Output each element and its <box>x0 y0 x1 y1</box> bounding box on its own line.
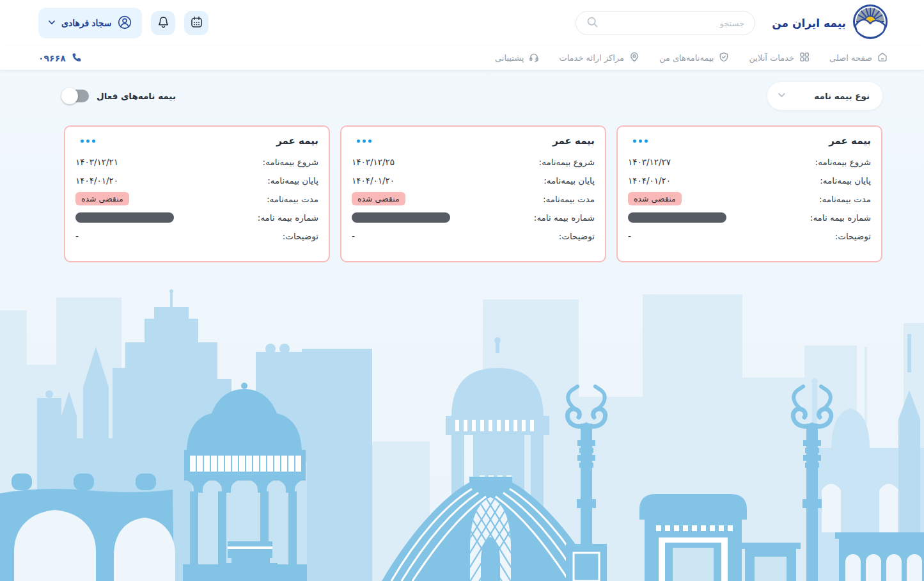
nav-label: صفحه اصلی <box>829 53 872 63</box>
bell-icon <box>157 15 170 31</box>
expired-status-badge: منقضی شده <box>352 192 405 205</box>
header-actions: سجاد فرهادی <box>38 8 208 38</box>
dot-icon <box>633 139 636 143</box>
nav-items: صفحه اصلی خدمات آنلاین بیمه‌نامه‌های من <box>495 51 888 65</box>
start-label: شروع بیمه‌نامه: <box>815 157 871 167</box>
nav-item-home[interactable]: صفحه اصلی <box>829 51 888 65</box>
dot-icon <box>86 139 90 143</box>
nav-label: بیمه‌نامه‌های من <box>659 53 714 63</box>
active-policies-label: بیمه نامه‌های فعال <box>97 91 176 101</box>
main-nav: صفحه اصلی خدمات آنلاین بیمه‌نامه‌های من <box>0 46 924 70</box>
tehran-skyline-illustration <box>0 288 924 581</box>
end-label: پایان بیمه‌نامه: <box>267 175 318 186</box>
end-label: پایان بیمه‌نامه: <box>820 175 871 186</box>
policy-number-label: شماره بیمه نامه: <box>534 212 595 223</box>
search-icon <box>586 16 599 31</box>
support-phone[interactable]: ۰۹۶۶۸ <box>38 52 82 65</box>
active-policies-toggle[interactable] <box>63 90 89 102</box>
phone-number: ۰۹۶۶۸ <box>38 53 66 63</box>
policy-type-dropdown-label: نوع بیمه نامه <box>814 91 870 101</box>
end-date: ۱۴۰۴/۰۱/۲۰ <box>628 175 671 186</box>
nav-label: پشتیبانی <box>495 53 524 63</box>
notes-label: توضیحات: <box>283 231 318 241</box>
end-label: پایان بیمه‌نامه: <box>544 175 595 186</box>
card-title: بیمه عمر <box>829 135 871 147</box>
notes-value: - <box>352 231 355 241</box>
expired-status-badge: منقضی شده <box>628 192 682 205</box>
calendar-button[interactable] <box>184 11 208 35</box>
policy-type-dropdown[interactable]: نوع بیمه نامه <box>767 82 882 110</box>
dot-icon <box>368 139 372 143</box>
top-header: بیمه ایران من <box>0 0 924 46</box>
notes-label: توضیحات: <box>835 231 871 241</box>
user-avatar-icon <box>117 15 132 32</box>
search-box <box>576 11 755 35</box>
nav-label: مراکز ارائه خدمات <box>559 53 624 63</box>
policy-card: بیمه عمر شروع بیمه‌نامه:۱۴۰۳/۱۲/۲۷ پایان… <box>616 125 882 262</box>
user-name: سجاد فرهادی <box>61 18 111 28</box>
card-menu-button[interactable] <box>628 137 653 145</box>
grid-icon <box>799 51 810 65</box>
toggle-knob <box>61 88 78 104</box>
chevron-down-icon <box>48 19 56 28</box>
user-menu[interactable]: سجاد فرهادی <box>38 8 142 38</box>
notes-label: توضیحات: <box>559 231 595 241</box>
map-pin-icon <box>629 51 640 65</box>
policy-number-redacted-bar <box>628 212 726 223</box>
card-title: بیمه عمر <box>552 135 595 147</box>
notes-value: - <box>75 231 79 241</box>
nav-item-my-policies[interactable]: بیمه‌نامه‌های من <box>659 51 730 65</box>
start-date: ۱۴۰۳/۱۲/۲۱ <box>75 157 118 167</box>
duration-label: مدت بیمه‌نامه: <box>819 194 871 204</box>
home-icon <box>877 51 888 65</box>
policy-cards: بیمه عمر شروع بیمه‌نامه:۱۴۰۳/۱۲/۲۷ پایان… <box>0 110 924 262</box>
search-input[interactable] <box>616 19 744 28</box>
dot-icon <box>81 139 84 143</box>
end-date: ۱۴۰۴/۰۱/۲۰ <box>352 175 395 186</box>
notifications-button[interactable] <box>151 11 175 35</box>
headset-icon <box>528 51 540 65</box>
policy-number-redacted-bar <box>75 212 174 223</box>
policy-number-label: شماره بیمه نامه: <box>258 212 318 223</box>
calendar-icon <box>190 15 203 31</box>
iran-insurance-logo-icon <box>852 4 888 42</box>
dot-icon <box>357 139 360 143</box>
dot-icon <box>92 139 95 143</box>
duration-label: مدت بیمه‌نامه: <box>267 194 318 204</box>
nav-item-support[interactable]: پشتیبانی <box>495 51 540 65</box>
brand-title: بیمه ایران من <box>772 17 846 29</box>
policy-number-label: شماره بیمه نامه: <box>810 212 871 223</box>
shield-check-icon <box>718 51 730 65</box>
active-policies-toggle-group: بیمه نامه‌های فعال <box>63 90 176 102</box>
nav-item-online-services[interactable]: خدمات آنلاین <box>749 51 810 65</box>
policy-number-redacted-bar <box>352 212 450 223</box>
notes-value: - <box>628 231 631 241</box>
duration-label: مدت بیمه‌نامه: <box>543 194 595 204</box>
start-date: ۱۴۰۳/۱۲/۲۷ <box>628 157 671 167</box>
dot-icon <box>645 139 648 143</box>
brand: بیمه ایران من <box>772 4 888 42</box>
phone-icon <box>71 52 82 65</box>
page: { "brand": { "title": "بیمه ایران من" },… <box>0 0 924 581</box>
start-label: شروع بیمه‌نامه: <box>539 157 595 167</box>
card-menu-button[interactable] <box>75 137 100 145</box>
start-date: ۱۴۰۳/۱۲/۲۵ <box>352 157 395 167</box>
card-menu-button[interactable] <box>352 137 377 145</box>
start-label: شروع بیمه‌نامه: <box>263 157 318 167</box>
filter-row: نوع بیمه نامه بیمه نامه‌های فعال <box>0 70 924 110</box>
nav-label: خدمات آنلاین <box>749 53 794 63</box>
nav-item-service-centers[interactable]: مراکز ارائه خدمات <box>559 51 640 65</box>
card-title: بیمه عمر <box>276 135 318 147</box>
chevron-down-icon <box>778 91 786 101</box>
dot-icon <box>363 139 366 143</box>
policy-card: بیمه عمر شروع بیمه‌نامه:۱۴۰۳/۱۲/۲۱ پایان… <box>64 125 330 262</box>
dot-icon <box>639 139 642 143</box>
end-date: ۱۴۰۴/۰۱/۲۰ <box>75 175 118 186</box>
policy-card: بیمه عمر شروع بیمه‌نامه:۱۴۰۳/۱۲/۲۵ پایان… <box>340 125 606 262</box>
expired-status-badge: منقضی شده <box>75 192 129 205</box>
